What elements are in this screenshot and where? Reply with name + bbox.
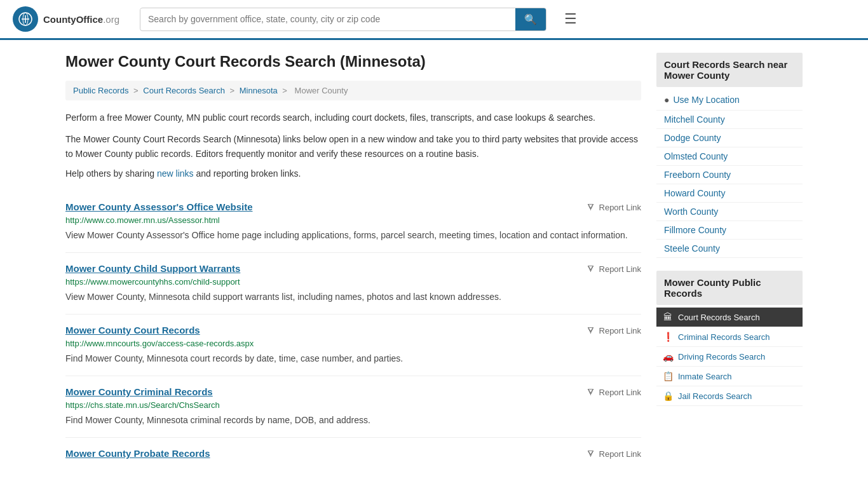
report-icon-3: ⛛ — [586, 386, 596, 398]
result-item: Mower County Probate Records ⛛ Report Li… — [65, 438, 641, 472]
report-link-0[interactable]: ⛛ Report Link — [586, 201, 641, 213]
menu-icon-0: 🏛 — [663, 312, 673, 322]
nearby-header: Court Records Search near Mower County — [656, 53, 803, 87]
nearby-county-2: Olmsted County — [656, 147, 803, 166]
nearby-county-6: Fillmore County — [656, 221, 803, 240]
result-title-4[interactable]: Mower County Probate Records — [65, 448, 210, 459]
menu-link-4[interactable]: Jail Records Search — [678, 391, 752, 401]
breadcrumb-sep2: > — [230, 86, 235, 95]
menu-label-0: Court Records Search — [678, 313, 760, 322]
report-link-2[interactable]: ⛛ Report Link — [586, 325, 641, 336]
search-input[interactable] — [140, 9, 515, 29]
result-title-3[interactable]: Mower County Criminal Records — [65, 386, 213, 397]
menu-link-3[interactable]: Inmate Search — [678, 372, 732, 381]
nearby-county-3: Freeborn County — [656, 166, 803, 184]
use-location[interactable]: ● Use My Location — [656, 90, 803, 111]
report-icon-1: ⛛ — [586, 263, 596, 274]
breadcrumb: Public Records > Court Records Search > … — [65, 81, 641, 100]
breadcrumb-mower-county: Mower County — [295, 86, 348, 95]
public-records-section: Mower County Public Records 🏛Court Recor… — [656, 271, 803, 406]
breadcrumb-public-records[interactable]: Public Records — [73, 86, 128, 95]
search-button[interactable]: 🔍 — [515, 8, 546, 30]
result-desc-2: Find Mower County, Minnesota court recor… — [65, 352, 641, 365]
menu-icon-3: 📋 — [663, 371, 673, 381]
site-header: CountyOffice.org 🔍 ☰ — [0, 0, 868, 40]
menu-icon-1: ❗ — [663, 332, 673, 342]
result-url-1[interactable]: https://www.mowercountyhhs.com/child-sup… — [65, 277, 641, 287]
nearby-county-1: Dodge County — [656, 129, 803, 147]
results-container: Mower County Assessor's Office Website ⛛… — [65, 191, 641, 472]
result-header: Mower County Court Records ⛛ Report Link — [65, 325, 641, 336]
menu-icon-4: 🔒 — [663, 391, 673, 401]
result-item: Mower County Criminal Records ⛛ Report L… — [65, 376, 641, 438]
sidebar-menu-item-3[interactable]: 📋Inmate Search — [656, 367, 803, 386]
result-item: Mower County Court Records ⛛ Report Link… — [65, 315, 641, 376]
logo-area: CountyOffice.org — [13, 6, 127, 32]
hamburger-menu-icon[interactable]: ☰ — [559, 8, 582, 30]
result-header: Mower County Criminal Records ⛛ Report L… — [65, 386, 641, 398]
menu-link-2[interactable]: Driving Records Search — [678, 352, 765, 362]
main-container: Mower County Court Records Search (Minne… — [53, 40, 815, 485]
description-2: The Mower County Court Records Search (M… — [65, 132, 641, 161]
result-desc-1: View Mower County, Minnesota child suppo… — [65, 290, 641, 304]
result-title-1[interactable]: Mower County Child Support Warrants — [65, 263, 240, 274]
result-header: Mower County Assessor's Office Website ⛛… — [65, 201, 641, 213]
sidebar: Court Records Search near Mower County ●… — [656, 53, 803, 472]
nearby-county-link-7[interactable]: Steele County — [664, 243, 720, 254]
result-header: Mower County Child Support Warrants ⛛ Re… — [65, 263, 641, 274]
result-desc-3: Find Mower County, Minnesota criminal re… — [65, 414, 641, 427]
nearby-county-5: Worth County — [656, 203, 803, 221]
nearby-county-0: Mitchell County — [656, 111, 803, 129]
nearby-county-link-2[interactable]: Olmsted County — [664, 151, 728, 161]
menu-link-1[interactable]: Criminal Records Search — [678, 332, 770, 342]
logo-text: CountyOffice.org — [43, 14, 119, 25]
nearby-county-link-4[interactable]: Howard County — [664, 188, 726, 198]
report-icon-0: ⛛ — [586, 201, 596, 213]
result-item: Mower County Child Support Warrants ⛛ Re… — [65, 253, 641, 315]
result-url-2[interactable]: http://www.mncourts.gov/access-case-reco… — [65, 339, 641, 348]
menu-icon-2: 🚗 — [663, 351, 673, 362]
help-text: Help others by sharing new links and rep… — [65, 168, 641, 179]
result-title-2[interactable]: Mower County Court Records — [65, 325, 200, 336]
nearby-counties-list: Mitchell CountyDodge CountyOlmsted Count… — [656, 111, 803, 258]
new-links-link[interactable]: new links — [157, 168, 194, 179]
public-records-header: Mower County Public Records — [656, 271, 803, 305]
nearby-county-link-3[interactable]: Freeborn County — [664, 170, 731, 180]
description-1: Perform a free Mower County, MN public c… — [65, 111, 641, 125]
sidebar-menu-item-1[interactable]: ❗Criminal Records Search — [656, 327, 803, 347]
report-link-3[interactable]: ⛛ Report Link — [586, 386, 641, 398]
nearby-county-link-6[interactable]: Fillmore County — [664, 225, 726, 235]
breadcrumb-minnesota[interactable]: Minnesota — [240, 86, 278, 95]
result-title-0[interactable]: Mower County Assessor's Office Website — [65, 201, 252, 212]
sidebar-menu-item-2[interactable]: 🚗Driving Records Search — [656, 347, 803, 367]
content-area: Mower County Court Records Search (Minne… — [65, 53, 641, 472]
result-header: Mower County Probate Records ⛛ Report Li… — [65, 448, 641, 459]
breadcrumb-court-records-search[interactable]: Court Records Search — [143, 86, 225, 95]
result-desc-0: View Mower County Assessor's Office home… — [65, 229, 641, 242]
breadcrumb-sep1: > — [133, 86, 139, 95]
result-url-3[interactable]: https://chs.state.mn.us/Search/ChsSearch — [65, 400, 641, 410]
nearby-county-link-5[interactable]: Worth County — [664, 207, 718, 217]
use-location-link[interactable]: Use My Location — [673, 95, 739, 105]
nearby-county-link-1[interactable]: Dodge County — [664, 133, 721, 143]
nearby-county-link-0[interactable]: Mitchell County — [664, 114, 725, 125]
nearby-county-4: Howard County — [656, 184, 803, 203]
report-link-4[interactable]: ⛛ Report Link — [586, 448, 641, 459]
nearby-county-7: Steele County — [656, 240, 803, 258]
search-bar: 🔍 — [140, 8, 546, 31]
sidebar-menu-item-4[interactable]: 🔒Jail Records Search — [656, 386, 803, 406]
breadcrumb-sep3: > — [282, 86, 287, 95]
result-item: Mower County Assessor's Office Website ⛛… — [65, 191, 641, 253]
report-icon-4: ⛛ — [586, 448, 596, 459]
location-icon: ● — [664, 95, 669, 105]
report-icon-2: ⛛ — [586, 325, 596, 336]
sidebar-menu-list: 🏛Court Records Search❗Criminal Records S… — [656, 308, 803, 406]
report-link-1[interactable]: ⛛ Report Link — [586, 263, 641, 274]
sidebar-menu-item-0[interactable]: 🏛Court Records Search — [656, 308, 803, 327]
page-title: Mower County Court Records Search (Minne… — [65, 53, 641, 71]
result-url-0[interactable]: http://www.co.mower.mn.us/Assessor.html — [65, 215, 641, 225]
nearby-section: Court Records Search near Mower County ●… — [656, 53, 803, 258]
logo-icon — [13, 6, 38, 32]
